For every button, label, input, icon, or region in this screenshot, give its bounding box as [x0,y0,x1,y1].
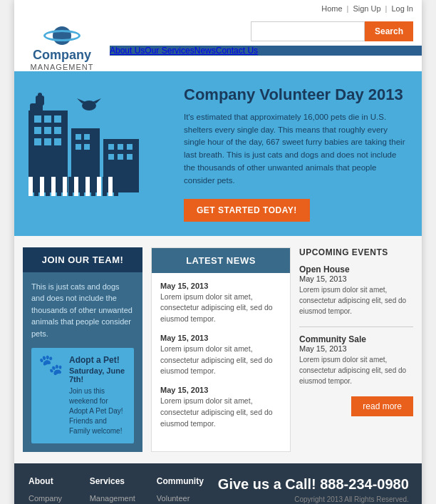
search-input[interactable] [251,21,365,41]
main-content: JOIN OUR TEAM! This is just cats and dog… [14,236,422,464]
svg-rect-3 [44,115,51,123]
svg-rect-21 [118,154,123,160]
logo-management: MANAGEMENT [31,63,94,71]
hero-illustration [14,71,171,236]
svg-rect-33 [85,177,90,196]
news-item-3: May 15, 2013 Lorem ipsum dolor sit amet,… [160,386,281,429]
svg-rect-22 [127,154,133,160]
nav-services[interactable]: Our Services [145,46,194,56]
news-text-3: Lorem ipsum dolor sit amet, consectetur … [160,396,281,429]
logo-planet [41,23,83,48]
svg-rect-10 [54,138,61,145]
footer-col-services: Services Management Consulting PR Relati… [90,476,135,504]
svg-rect-32 [80,177,84,196]
event-date-2: May 15, 2013 [299,344,413,353]
footer-col-about: About Company Who We Are Community Caree… [28,476,68,504]
main-nav: About Us Our Services News Contact Us [110,46,422,56]
svg-rect-25 [40,177,44,196]
read-more-button[interactable]: read more [351,396,413,416]
news-item-1: May 15, 2013 Lorem ipsum dolor sit amet,… [160,282,281,325]
nav-col: Search About Us Our Services News Contac… [110,17,422,71]
svg-rect-31 [74,177,78,196]
header: Company MANAGEMENT Search About Us Our S… [14,17,422,71]
svg-rect-43 [36,96,44,106]
news-item-2: May 15, 2013 Lorem ipsum dolor sit amet,… [160,334,281,377]
news-date-3: May 15, 2013 [160,386,281,394]
event-divider [299,326,413,327]
paw-icon: 🐾 [38,355,63,375]
hero-svg [14,71,171,196]
news-body: May 15, 2013 Lorem ipsum dolor sit amet,… [152,273,290,438]
news-text-1: Lorem ipsum dolor sit amet, consectetur … [160,292,281,325]
search-area: Search [110,17,422,46]
login-link[interactable]: Log In [391,4,413,13]
footer-link-management[interactable]: Management [90,492,135,504]
svg-point-44 [38,93,42,97]
event-item-1: Open House May 15, 2013 Lorem ipsum dolo… [299,264,413,317]
svg-rect-8 [34,138,41,145]
hero-text: It's estimated that approximately 16,000… [184,111,409,187]
hero-cta-button[interactable]: GET STARTED TODAY! [184,199,310,222]
topbar: Home | Sign Up | Log In [14,0,422,17]
hero-title: Company Volunteer Day 2013 [184,86,409,104]
svg-rect-12 [76,134,81,140]
search-button[interactable]: Search [365,21,413,41]
latest-news-header: LATEST NEWS [152,248,290,273]
footer-link-volunteer[interactable]: Volunteer [157,492,204,504]
home-link[interactable]: Home [321,4,342,13]
svg-rect-27 [51,177,56,196]
news-date-2: May 15, 2013 [160,334,281,342]
svg-rect-37 [108,177,113,196]
footer-community-title: Community [157,476,204,486]
planet-ring [43,30,81,41]
logo-company: Company [33,48,91,63]
adopt-desc: Join us this weekend for Adopt A Pet Day… [69,386,127,436]
svg-rect-19 [127,144,133,150]
footer-copyright: Copyright 2013 All Rights Reserved. [218,495,409,503]
hero-section: Company Volunteer Day 2013 It's estimate… [14,71,422,236]
footer-about-title: About [28,476,68,486]
svg-rect-7 [54,127,61,134]
adopt-date: Saturday, June 7th! [69,366,127,384]
footer-links: About Company Who We Are Community Caree… [28,476,204,504]
svg-rect-17 [108,144,114,150]
svg-rect-5 [34,127,41,134]
footer-col-community: Community Volunteer Events Calendar Team… [157,476,204,504]
signup-link[interactable]: Sign Up [353,4,380,13]
adopt-box: 🐾 Adopt a Pet! Saturday, June 7th! Join … [31,348,134,443]
svg-rect-24 [34,177,38,196]
event-date-1: May 15, 2013 [299,274,413,283]
event-desc-2: Lorem ipsum dolor sit amet, consectetur … [299,354,413,386]
svg-rect-36 [103,177,107,196]
news-date-1: May 15, 2013 [160,282,281,290]
svg-rect-20 [108,154,114,160]
svg-rect-28 [57,177,61,196]
svg-rect-4 [54,115,61,123]
nav-contact[interactable]: Contact Us [216,46,258,56]
nav-about[interactable]: About Us [110,46,145,56]
upcoming-title: UPCOMING EVENTS [299,247,413,257]
upcoming-events-section: UPCOMING EVENTS Open House May 15, 2013 … [299,247,413,453]
event-name-1: Open House [299,264,413,274]
logo: Company MANAGEMENT [23,23,101,71]
svg-rect-34 [91,177,95,196]
event-desc-1: Lorem ipsum dolor sit amet, consectetur … [299,284,413,317]
svg-rect-6 [44,127,51,134]
footer-phone: Give us a Call! 888-234-0980 [218,476,409,493]
svg-rect-38 [114,177,118,196]
join-team-text: This is just cats and dogs and does not … [31,281,134,340]
svg-rect-14 [76,144,81,150]
hero-content: Company Volunteer Day 2013 It's estimate… [171,71,422,236]
adopt-title: Adopt a Pet! [69,355,127,365]
svg-rect-29 [63,177,67,196]
svg-rect-18 [118,144,123,150]
svg-rect-2 [34,115,41,123]
event-name-2: Community Sale [299,334,413,344]
footer-services-title: Services [90,476,135,486]
logo-search-area: Company MANAGEMENT [14,17,110,71]
news-text-2: Lorem ipsum dolor sit amet, consectetur … [160,344,281,377]
footer-link-company[interactable]: Company [28,492,68,504]
nav-news[interactable]: News [194,46,216,56]
latest-news-section: LATEST NEWS May 15, 2013 Lorem ipsum dol… [151,247,291,453]
svg-rect-9 [44,138,51,145]
